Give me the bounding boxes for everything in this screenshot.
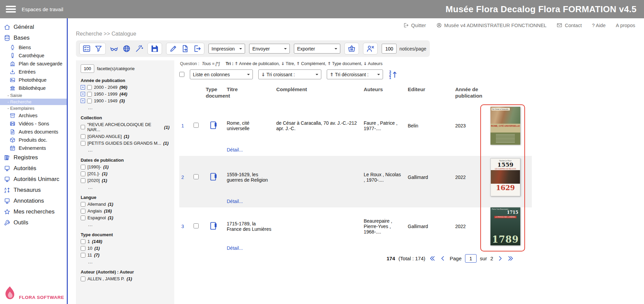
facet-checkbox[interactable]	[81, 125, 85, 129]
facet-checkbox[interactable]	[81, 134, 85, 139]
expand-plus-icon[interactable]	[81, 92, 85, 96]
document-type-icon[interactable]	[209, 221, 218, 230]
sidebar-item-bases[interactable]: Bases	[0, 33, 67, 43]
magic-wand-icon[interactable]	[135, 44, 143, 53]
filter-icon[interactable]	[94, 44, 103, 53]
sidebar-item-general[interactable]: Général	[0, 22, 67, 33]
facet-more-link[interactable]: ...	[88, 147, 169, 153]
result-list-icon[interactable]	[82, 44, 91, 53]
quit-button[interactable]: Quitter	[403, 22, 426, 28]
sidebar-item-exemplaires[interactable]: - Exemplaires	[0, 105, 67, 112]
facet-more-link[interactable]: ...	[88, 222, 169, 227]
user-remove-icon[interactable]	[366, 44, 375, 53]
expand-plus-icon[interactable]	[81, 85, 85, 89]
sidebar-item-autres-documents[interactable]: Autres documents	[0, 128, 67, 136]
facet-count-input[interactable]	[81, 64, 94, 73]
facet-checkbox[interactable]	[81, 239, 85, 244]
globe-icon[interactable]	[122, 44, 131, 53]
sidebar-item-produits-doc[interactable]: Produits doc.	[0, 136, 67, 144]
detail-link[interactable]: Détail...	[227, 199, 243, 204]
export-select[interactable]: Exporter	[294, 44, 340, 54]
facet-checkbox[interactable]	[87, 85, 92, 90]
detail-link[interactable]: Détail...	[227, 245, 243, 251]
row-number-link[interactable]: 1	[179, 123, 191, 128]
sort-order-icon[interactable]: 321	[388, 70, 398, 79]
facet-checkbox[interactable]	[81, 246, 85, 251]
previous-page-icon[interactable]	[439, 255, 446, 262]
facet-more-link[interactable]: ...	[88, 185, 169, 190]
sidebar-item-label: Outils	[14, 219, 28, 226]
facet-checkbox[interactable]	[81, 171, 85, 176]
book-cover-thumbnail[interactable]: De César à Caracalla ROME, CITÉ UNIVERSE…	[490, 107, 520, 145]
sidebar-item-phototheque[interactable]: Photothèque	[0, 76, 67, 84]
sidebar-item-bibliotheque[interactable]: Bibliothèque	[0, 84, 67, 92]
sidebar-item-recherche[interactable]: - Recherche	[0, 99, 67, 105]
sidebar-item-biens[interactable]: Biens	[0, 43, 67, 52]
view-glasses-icon[interactable]	[110, 44, 118, 53]
save-icon[interactable]	[150, 44, 159, 53]
sidebar-item-outils[interactable]: Outils	[0, 217, 67, 228]
sidebar-item-evenements[interactable]: Evènements	[0, 144, 67, 152]
basket-icon[interactable]	[347, 44, 356, 53]
sort-ascending-select[interactable]: ⇓ Tri croissant :	[258, 69, 321, 79]
sidebar-item-entrees[interactable]: Entrées	[0, 68, 67, 76]
facet-checkbox[interactable]	[81, 277, 85, 281]
facet-checkbox[interactable]	[81, 165, 85, 169]
last-page-icon[interactable]	[507, 255, 514, 262]
document-type-icon[interactable]	[209, 172, 218, 181]
print-select[interactable]: Impression	[208, 44, 245, 54]
sidebar-item-archives[interactable]: Archives	[0, 112, 67, 120]
facet-checkbox[interactable]	[87, 99, 92, 103]
document-type-icon[interactable]	[209, 121, 218, 130]
menu-icon[interactable]	[6, 4, 16, 14]
edit-pencil-icon[interactable]	[169, 44, 178, 53]
book-cover-thumbnail[interactable]: Nicolas Le Roux 1559 LES GUERRES DE RELI…	[490, 158, 520, 196]
page-input[interactable]	[465, 254, 477, 263]
page-arrow-icon[interactable]	[181, 44, 189, 53]
notices-per-page-input[interactable]	[382, 44, 397, 54]
sidebar-item-registres[interactable]: Registres	[0, 152, 67, 163]
sidebar-item-videos-sons[interactable]: Vidéos - Sons	[0, 120, 67, 128]
send-select[interactable]: Envoyer	[249, 44, 290, 54]
book-cover-thumbnail[interactable]: Pierre-Yves Beaurepaire 1715 LA FRANCE D…	[490, 207, 520, 245]
help-link[interactable]: ? Aide	[592, 23, 605, 28]
facet-checkbox[interactable]	[81, 253, 85, 258]
facet-checkbox[interactable]	[81, 178, 85, 183]
query-value: Tous = [*]	[202, 61, 220, 66]
sidebar-item-thesaurus[interactable]: Thesaurus	[0, 185, 67, 196]
workspace-label[interactable]: Espaces de travail	[22, 6, 63, 12]
sidebar-item-carotheque[interactable]: Carothèque	[0, 52, 67, 60]
current-user[interactable]: Musée v4 ADMINISTRATEUR FONCTIONNEL	[436, 22, 547, 28]
facet-checkbox[interactable]	[81, 202, 85, 207]
first-page-icon[interactable]	[429, 255, 436, 262]
facet-checkbox[interactable]	[87, 92, 92, 97]
facet-more-link[interactable]: ...	[88, 259, 169, 264]
result-authors: Le Roux , Nicolas , 1970-....	[364, 172, 408, 183]
sidebar-item-mes-recherches[interactable]: Mes recherches	[0, 206, 67, 217]
sidebar-item-plan-sauvegarde[interactable]: Plan de sauvegarde	[0, 60, 67, 68]
row-checkbox[interactable]	[194, 123, 199, 128]
row-checkbox[interactable]	[194, 174, 199, 179]
toolbar-group-user	[363, 43, 378, 55]
about-link[interactable]: A propos	[616, 23, 635, 28]
expand-plus-icon[interactable]	[81, 99, 85, 103]
row-number-link[interactable]: 3	[179, 224, 191, 229]
facet-item: "REVUE ARCHEOLOGIQUE DE NAR...(1)	[81, 122, 169, 132]
export-arrow-icon[interactable]	[193, 44, 201, 53]
sidebar-item-autorites[interactable]: Autorités	[0, 163, 67, 174]
view-mode-select[interactable]: Liste en colonnes	[190, 69, 253, 79]
row-checkbox[interactable]	[194, 223, 199, 228]
facet-more-link[interactable]: ...	[88, 105, 169, 110]
sidebar-item-annotations[interactable]: Annotations	[0, 196, 67, 206]
sidebar-item-autorites-unimarc[interactable]: Autorités Unimarc	[0, 174, 67, 185]
detail-link[interactable]: Détail...	[227, 147, 243, 153]
row-number-link[interactable]: 2	[179, 175, 191, 180]
facet-checkbox[interactable]	[81, 209, 85, 214]
select-all-checkbox[interactable]	[179, 72, 184, 77]
facet-checkbox[interactable]	[81, 141, 85, 146]
next-page-icon[interactable]	[497, 255, 504, 262]
sidebar-item-saisie[interactable]: - Saisie	[0, 92, 67, 99]
sort-descending-select[interactable]: ⇑ Tri décroissant :	[327, 69, 383, 79]
facet-checkbox[interactable]	[81, 216, 85, 220]
contact-link[interactable]: Contact	[557, 22, 582, 28]
